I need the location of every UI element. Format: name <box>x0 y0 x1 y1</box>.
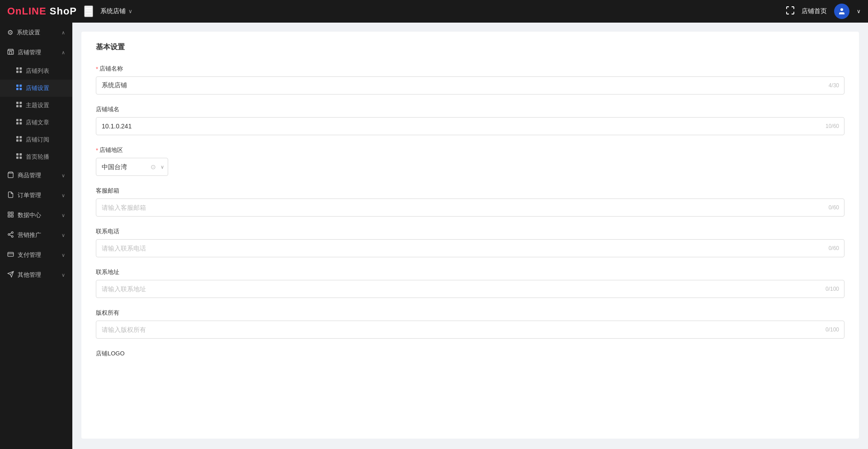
svg-rect-0 <box>8 50 14 54</box>
section-title: 基本设置 <box>96 43 844 52</box>
sidebar-item-product-management[interactable]: 商品管理 ∨ <box>0 165 72 185</box>
sidebar-item-store-list[interactable]: 店铺列表 <box>0 62 72 80</box>
svg-rect-6 <box>19 85 22 87</box>
svg-rect-35 <box>8 252 14 256</box>
customer-email-input[interactable] <box>96 199 844 217</box>
sidebar-item-payment-management[interactable]: 支付管理 ∨ <box>0 245 72 265</box>
chevron-down-icon-order: ∨ <box>61 193 65 199</box>
grid-icon-articles <box>16 119 22 126</box>
order-icon <box>7 191 14 199</box>
grid-icon-store-list <box>16 67 22 75</box>
header: OnLINE ShoP ☰ 系统店铺 ∨ 店铺首页 ∨ <box>0 0 868 23</box>
sidebar-label-product-management: 商品管理 <box>18 171 58 180</box>
chevron-down-icon-data: ∨ <box>61 213 65 218</box>
gear-icon: ⚙ <box>7 28 13 37</box>
customer-email-label-text: 客服邮箱 <box>96 187 119 195</box>
store-name-input[interactable] <box>96 76 844 95</box>
sidebar-item-home-carousel[interactable]: 首页轮播 <box>0 148 72 165</box>
sidebar-label-store-articles: 店铺文章 <box>26 118 49 127</box>
chevron-up-icon: ∧ <box>61 30 65 36</box>
content-area: 基本设置 * 店铺名称 4/30 店铺域名 10/60 <box>72 23 868 449</box>
contact-phone-group: 联系电话 0/60 <box>96 227 844 257</box>
svg-rect-16 <box>19 122 22 124</box>
user-avatar-button[interactable] <box>834 4 849 19</box>
svg-rect-24 <box>19 156 22 159</box>
svg-point-30 <box>11 232 13 233</box>
contact-address-input-wrapper: 0/100 <box>96 280 844 298</box>
sidebar-item-theme-settings[interactable]: 主题设置 <box>0 97 72 114</box>
chevron-up-icon-2: ∧ <box>61 50 65 56</box>
svg-rect-18 <box>19 136 22 138</box>
copyright-label: 版权所有 <box>96 309 844 317</box>
logo: OnLINE ShoP <box>7 5 77 17</box>
svg-rect-21 <box>16 153 19 156</box>
store-region-group: * 店铺地区 中国台湾 中国大陆 中国香港 ⊙ ∨ <box>96 146 844 176</box>
chevron-down-icon-marketing: ∨ <box>61 232 65 238</box>
user-dropdown-icon[interactable]: ∨ <box>857 8 861 14</box>
svg-point-32 <box>11 236 13 237</box>
breadcrumb-text: 系统店铺 <box>100 7 126 15</box>
copyright-input[interactable] <box>96 321 844 339</box>
customer-email-label: 客服邮箱 <box>96 187 844 195</box>
other-icon <box>7 271 14 279</box>
fullscreen-icon[interactable] <box>786 6 794 16</box>
sidebar-label-data-center: 数据中心 <box>18 211 58 219</box>
copyright-group: 版权所有 0/100 <box>96 309 844 339</box>
logo-text-shop: ShoP <box>50 5 77 17</box>
svg-rect-13 <box>16 119 19 121</box>
store-name-label: * 店铺名称 <box>96 65 844 73</box>
sidebar-item-store-management[interactable]: 店铺管理 ∧ <box>0 43 72 62</box>
chevron-down-icon-product: ∨ <box>61 173 65 179</box>
store-name-input-wrapper: 4/30 <box>96 76 844 95</box>
store-domain-input[interactable] <box>96 117 844 135</box>
chevron-down-icon-payment: ∨ <box>61 252 65 258</box>
svg-rect-22 <box>19 153 22 156</box>
svg-rect-23 <box>16 156 19 159</box>
store-logo-label-text: 店铺LOGO <box>96 350 125 358</box>
sidebar-item-order-management[interactable]: 订单管理 ∨ <box>0 185 72 205</box>
grid-icon-store-settings <box>16 85 22 92</box>
sidebar-label-system-settings: 系统设置 <box>17 28 58 37</box>
header-left: OnLINE ShoP ☰ 系统店铺 ∨ <box>7 5 132 17</box>
store-home-button[interactable]: 店铺首页 <box>802 7 827 15</box>
sidebar-label-order-management: 订单管理 <box>18 191 58 199</box>
svg-rect-9 <box>16 102 19 104</box>
sidebar-item-other-management[interactable]: 其他管理 ∨ <box>0 265 72 285</box>
sidebar: ⚙ 系统设置 ∧ 店铺管理 ∧ 店铺列表 <box>0 23 72 449</box>
svg-rect-8 <box>19 88 22 90</box>
store-region-select[interactable]: 中国台湾 中国大陆 中国香港 <box>96 158 168 175</box>
sidebar-item-store-articles[interactable]: 店铺文章 <box>0 114 72 131</box>
svg-rect-15 <box>16 122 19 124</box>
svg-rect-3 <box>16 71 19 73</box>
svg-rect-20 <box>19 139 22 142</box>
svg-line-33 <box>9 235 11 236</box>
sidebar-item-store-settings[interactable]: 店铺设置 <box>0 80 72 97</box>
sidebar-item-store-subscription[interactable]: 店铺订阅 <box>0 131 72 148</box>
sidebar-label-marketing: 营销推广 <box>18 231 58 239</box>
svg-rect-29 <box>8 215 10 217</box>
store-logo-label: 店铺LOGO <box>96 350 844 358</box>
svg-rect-12 <box>19 105 22 107</box>
menu-toggle-button[interactable]: ☰ <box>84 5 93 17</box>
select-clear-icon[interactable]: ⊙ <box>151 163 156 170</box>
chevron-down-icon-other: ∨ <box>61 272 65 278</box>
breadcrumb-chevron-icon[interactable]: ∨ <box>128 8 132 14</box>
sidebar-item-marketing[interactable]: 营销推广 ∨ <box>0 225 72 245</box>
svg-rect-2 <box>19 67 22 70</box>
sidebar-label-home-carousel: 首页轮播 <box>26 153 49 161</box>
customer-email-input-wrapper: 0/60 <box>96 199 844 217</box>
sidebar-item-system-settings[interactable]: ⚙ 系统设置 ∧ <box>0 23 72 43</box>
copyright-label-text: 版权所有 <box>96 309 119 317</box>
svg-rect-14 <box>19 119 22 121</box>
contact-address-input[interactable] <box>96 280 844 298</box>
contact-address-label-text: 联系地址 <box>96 268 119 276</box>
svg-rect-26 <box>8 212 10 214</box>
svg-rect-7 <box>16 88 19 90</box>
sidebar-label-store-settings: 店铺设置 <box>26 84 49 92</box>
svg-rect-17 <box>16 136 19 138</box>
svg-rect-5 <box>16 85 19 87</box>
contact-phone-input[interactable] <box>96 239 844 257</box>
marketing-icon <box>7 231 14 239</box>
sidebar-label-payment-management: 支付管理 <box>18 251 58 259</box>
sidebar-item-data-center[interactable]: 数据中心 ∨ <box>0 205 72 225</box>
